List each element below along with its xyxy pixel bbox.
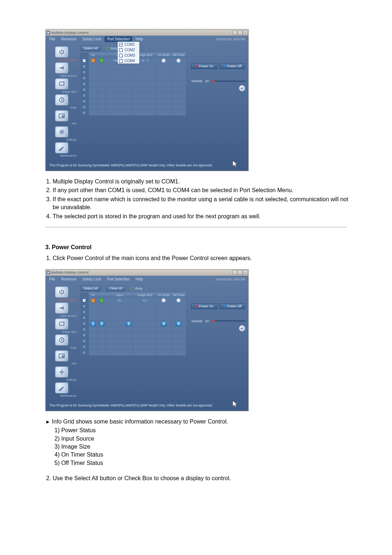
- table-row[interactable]: [80, 327, 186, 332]
- volume-slider[interactable]: [212, 320, 245, 321]
- section3-item1: Click Power Control of the main icons an…: [53, 254, 356, 262]
- sidebar-item-input-source[interactable]: Input Source: [47, 303, 77, 317]
- table-row[interactable]: [80, 339, 186, 344]
- table-row[interactable]: [80, 309, 186, 315]
- power-icon: [58, 49, 65, 55]
- pip-icon: [58, 113, 65, 119]
- description-list-2: ► Info Grid shows some basic information…: [36, 418, 356, 483]
- table-row[interactable]: [80, 98, 186, 104]
- sidebar-item-power-control[interactable]: Power Control: [47, 287, 77, 301]
- brand-logo: SAMSUNG DIGITall: [216, 37, 247, 41]
- table-row[interactable]: 1 2 3 4 5: [80, 321, 186, 327]
- table-row[interactable]: [80, 350, 186, 356]
- sidebar-item-power-control[interactable]: Power Control: [47, 46, 77, 61]
- sidebar-item-maintenance[interactable]: Maintenance: [47, 142, 77, 157]
- menubar: File Remocon Safety Lock Port Selection …: [46, 36, 248, 42]
- sidebar-item-maintenance[interactable]: Maintenance: [47, 382, 77, 397]
- marker-5: 5: [176, 321, 181, 326]
- marker-3: 3: [126, 321, 131, 326]
- table-row[interactable]: [80, 110, 186, 116]
- status-footer: This Program is for Samsung SyncMaster 4…: [46, 400, 248, 411]
- clock-icon: [58, 97, 65, 103]
- table-row[interactable]: [80, 104, 186, 110]
- svg-rect-8: [47, 271, 49, 274]
- menu-remocon[interactable]: Remocon: [58, 276, 79, 282]
- wrench-icon: [58, 385, 65, 391]
- sidebar-item-settings[interactable]: Settings: [47, 126, 77, 141]
- menu-file[interactable]: File: [47, 36, 58, 42]
- table-row[interactable]: [80, 75, 186, 81]
- input-icon: [58, 65, 65, 71]
- power-on-button[interactable]: Power On: [191, 303, 217, 309]
- table-row[interactable]: [80, 344, 186, 350]
- cursor-icon: [232, 400, 238, 409]
- table-row[interactable]: PC 4:3: [80, 298, 186, 303]
- speaker-icon: [239, 85, 245, 92]
- volume-label: Volume: [191, 319, 202, 323]
- sidebar-item-pip[interactable]: PIP: [47, 110, 77, 125]
- minimize-button[interactable]: [233, 270, 237, 275]
- port-option-com1[interactable]: ✓COM1: [118, 42, 139, 47]
- table-row[interactable]: [80, 315, 186, 321]
- section-divider: [45, 227, 347, 227]
- close-button[interactable]: ×: [243, 31, 248, 35]
- app-window-2: Multiple Display Control × File Remocon …: [45, 269, 249, 411]
- port-selection-dropdown[interactable]: ✓COM1 COM2 COM3 COM4: [117, 41, 140, 64]
- sidebar: Power Control Input Source Image Size Ti…: [46, 282, 78, 400]
- sidebar-item-time[interactable]: Time: [47, 94, 77, 109]
- maximize-button[interactable]: [238, 31, 242, 35]
- maximize-button[interactable]: [238, 270, 242, 275]
- table-row[interactable]: [80, 64, 186, 69]
- power-off-button[interactable]: Power Off: [220, 63, 246, 69]
- window-titlebar: Multiple Display Control ×: [46, 29, 248, 36]
- menu-file[interactable]: File: [47, 276, 58, 282]
- sidebar-item-settings[interactable]: Settings: [47, 366, 77, 381]
- power-off-button[interactable]: Power Off: [220, 303, 246, 309]
- app-icon: [46, 31, 50, 35]
- power-on-button[interactable]: Power On: [191, 63, 217, 69]
- sidebar-item-input-source[interactable]: Input Source: [47, 62, 77, 77]
- app-icon: [46, 271, 50, 274]
- sidebar-item-image-size[interactable]: Image Size: [47, 78, 77, 93]
- menu-help[interactable]: Help: [133, 276, 146, 282]
- marker-4: 4: [161, 321, 167, 326]
- window-title: Multiple Display Control: [46, 31, 89, 35]
- info-legend: 1) Power Status 2) Input Source 3) Image…: [54, 426, 356, 467]
- busy-indicator: Busy: [106, 46, 118, 50]
- port-option-com3[interactable]: COM3: [118, 53, 139, 58]
- gear-icon: [58, 129, 65, 135]
- right-panel: Power On Power Off Volume 10: [188, 42, 248, 160]
- marker-2: 2: [99, 321, 105, 326]
- menu-remocon[interactable]: Remocon: [58, 36, 79, 42]
- status-footer: This Program is for Samsung SyncMaster 4…: [46, 160, 248, 171]
- power-icon: [58, 289, 65, 295]
- svg-rect-12: [62, 356, 64, 357]
- info-grid-panel: Select All Clear All Busy ID Input Image…: [78, 282, 188, 400]
- section-title-3: 3. Power Control: [45, 243, 356, 251]
- table-row[interactable]: [80, 304, 186, 309]
- cursor-icon: [232, 160, 238, 169]
- menu-safety-lock[interactable]: Safety Lock: [80, 36, 104, 42]
- table-row[interactable]: [80, 87, 186, 92]
- port-option-com2[interactable]: COM2: [118, 47, 139, 53]
- minimize-button[interactable]: [233, 31, 237, 35]
- close-button[interactable]: ×: [243, 270, 248, 275]
- input-icon: [58, 305, 65, 311]
- sidebar-item-image-size[interactable]: Image Size: [47, 319, 77, 333]
- table-row[interactable]: [80, 81, 186, 86]
- select-all-button[interactable]: Select All: [81, 46, 101, 51]
- table-row[interactable]: [80, 69, 186, 75]
- table-row[interactable]: [80, 333, 186, 338]
- sidebar-item-time[interactable]: Time: [47, 335, 77, 349]
- sidebar-item-pip[interactable]: PIP: [47, 351, 77, 365]
- image-size-icon: [58, 81, 65, 87]
- menu-port-selection[interactable]: Port Selection: [105, 276, 132, 282]
- port-option-com4[interactable]: COM4: [118, 58, 139, 64]
- table-row[interactable]: [80, 93, 186, 98]
- select-all-button[interactable]: Select All: [81, 286, 101, 291]
- volume-slider[interactable]: [212, 81, 245, 82]
- clear-all-button[interactable]: Clear All: [106, 286, 125, 291]
- volume-value: 10: [205, 79, 209, 83]
- menu-safety-lock[interactable]: Safety Lock: [80, 276, 104, 282]
- window-buttons: ×: [233, 270, 248, 275]
